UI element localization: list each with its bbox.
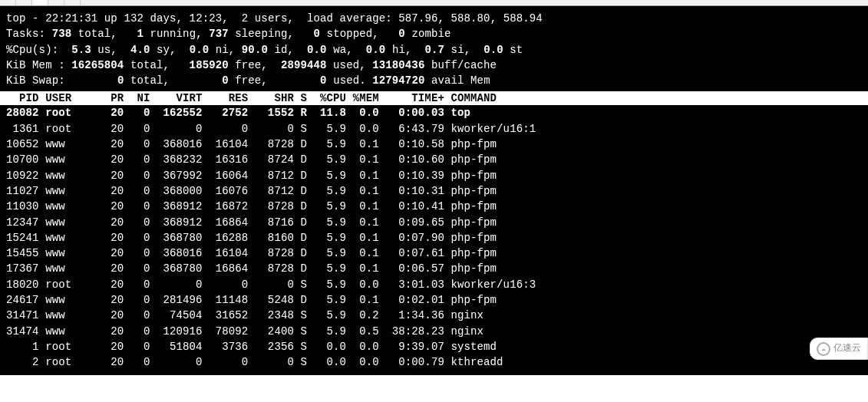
tab-2[interactable] — [16, 0, 32, 5]
process-row[interactable]: 15455 www 20 0 368016 16104 8728 D 5.9 0… — [6, 245, 862, 261]
top-summary: top - 22:21:31 up 132 days, 12:23, 2 use… — [0, 6, 868, 91]
tab-3[interactable] — [32, 0, 48, 5]
process-row[interactable]: 24617 www 20 0 281496 11148 5248 D 5.9 0… — [6, 292, 862, 308]
process-row[interactable]: 11027 www 20 0 368000 16076 8712 D 5.9 0… — [6, 183, 862, 199]
tab-4[interactable] — [48, 0, 64, 5]
summary-line-1: top - 22:21:31 up 132 days, 12:23, 2 use… — [6, 12, 543, 25]
process-row[interactable]: 17367 www 20 0 368780 16864 8728 D 5.9 0… — [6, 261, 862, 276]
process-row[interactable]: 10922 www 20 0 367992 16064 8712 D 5.9 0… — [6, 168, 862, 183]
watermark: ☁亿速云 — [810, 338, 868, 360]
process-row[interactable]: 1 root 20 0 51804 3736 2356 S 0.0 0.0 9:… — [6, 339, 862, 354]
process-row[interactable]: 1361 root 20 0 0 0 0 S 5.9 0.0 6:43.79 k… — [6, 121, 862, 137]
cloud-icon: ☁ — [817, 342, 830, 356]
process-row[interactable]: 31471 www 20 0 74504 31652 2348 S 5.9 0.… — [6, 308, 862, 323]
process-row[interactable]: 10700 www 20 0 368232 16316 8724 D 5.9 0… — [6, 152, 862, 167]
process-row[interactable]: 12347 www 20 0 368912 16864 8716 D 5.9 0… — [6, 215, 862, 230]
process-table-body[interactable]: 28082 root 20 0 162552 2752 1552 R 11.8 … — [0, 105, 868, 374]
tab-5[interactable] — [64, 0, 81, 5]
summary-swap: KiB Swap: 0 total, 0 free, 0 used. 12794… — [6, 74, 497, 87]
process-row[interactable]: 28082 root 20 0 162552 2752 1552 R 11.8 … — [6, 105, 862, 120]
process-row[interactable]: 15241 www 20 0 368780 16288 8160 D 5.9 0… — [6, 230, 862, 245]
process-row[interactable]: 18020 root 20 0 0 0 0 S 5.9 0.0 3:01.03 … — [6, 277, 862, 292]
process-row[interactable]: 31474 www 20 0 120916 78092 2400 S 5.9 0… — [6, 324, 862, 339]
summary-tasks: Tasks: 738 total, 1 running, 737 sleepin… — [6, 28, 451, 40]
summary-cpu: %Cpu(s): 5.3 us, 4.0 sy, 0.0 ni, 90.0 id… — [6, 44, 523, 56]
session-tabs[interactable] — [0, 0, 868, 6]
process-row[interactable]: 2 root 20 0 0 0 0 S 0.0 0.0 0:00.79 kthr… — [6, 354, 862, 370]
process-row[interactable]: 10652 www 20 0 368016 16104 8728 D 5.9 0… — [6, 137, 862, 152]
tab-1[interactable] — [0, 0, 16, 5]
process-table-header[interactable]: PID USER PR NI VIRT RES SHR S %CPU %MEM … — [0, 91, 868, 105]
process-row[interactable]: 11030 www 20 0 368912 16872 8728 D 5.9 0… — [6, 199, 862, 214]
summary-mem: KiB Mem : 16265804 total, 185920 free, 2… — [6, 59, 497, 71]
